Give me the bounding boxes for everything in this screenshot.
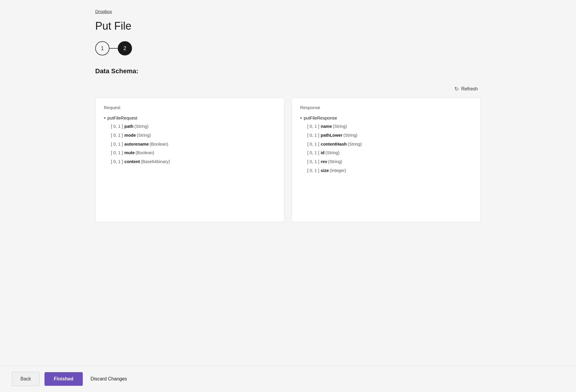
bottom-bar: Back Finished Discard Changes — [0, 366, 576, 392]
field-pathLower: [ 0, 1 ] pathLower (String) — [307, 132, 472, 139]
chevron-down-icon: ▾ — [300, 116, 302, 120]
field-content: [ 0, 1 ] content (Base64binary) — [111, 159, 276, 165]
chevron-down-icon: ▾ — [104, 116, 106, 120]
refresh-icon: ↻ — [454, 86, 459, 92]
field-contentHash: [ 0, 1 ] contentHash (String) — [307, 141, 472, 148]
discard-changes-button[interactable]: Discard Changes — [87, 372, 130, 386]
request-panel-label: Request — [104, 105, 276, 110]
finished-button[interactable]: Finished — [44, 372, 83, 386]
step-2[interactable]: 2 — [118, 41, 132, 55]
field-rev: [ 0, 1 ] rev (String) — [307, 159, 472, 165]
breadcrumb[interactable]: Dropbox — [95, 9, 112, 14]
field-size: [ 0, 1 ] size (Integer) — [307, 168, 472, 174]
response-panel: Response ▾ putFileResponse [ 0, 1 ] name… — [292, 98, 481, 222]
refresh-button[interactable]: ↻ Refresh — [451, 84, 481, 94]
field-autorename: [ 0, 1 ] autorename (Boolean) — [111, 141, 276, 148]
response-panel-label: Response — [300, 105, 472, 110]
page-title: Put File — [95, 20, 481, 32]
schema-panels: Request ▾ putFileRequest [ 0, 1 ] path (… — [95, 98, 481, 222]
field-name: [ 0, 1 ] name (String) — [307, 123, 472, 130]
back-button[interactable]: Back — [12, 372, 40, 386]
field-mode: [ 0, 1 ] mode (String) — [111, 132, 276, 139]
response-object: ▾ putFileResponse [ 0, 1 ] name (String)… — [300, 114, 472, 178]
data-schema-heading: Data Schema: — [95, 67, 481, 75]
step-1[interactable]: 1 — [95, 41, 109, 55]
steps-indicator: 1 2 — [95, 41, 481, 55]
step-connector — [109, 48, 118, 49]
request-object: ▾ putFileRequest [ 0, 1 ] path (String) … — [104, 114, 276, 169]
field-id: [ 0, 1 ] id (String) — [307, 150, 472, 156]
request-object-name: putFileRequest — [107, 115, 137, 120]
field-mute: [ 0, 1 ] mute (Boolean) — [111, 150, 276, 156]
response-object-name: putFileResponse — [304, 115, 337, 120]
field-path: [ 0, 1 ] path (String) — [111, 123, 276, 130]
request-panel: Request ▾ putFileRequest [ 0, 1 ] path (… — [95, 98, 284, 222]
